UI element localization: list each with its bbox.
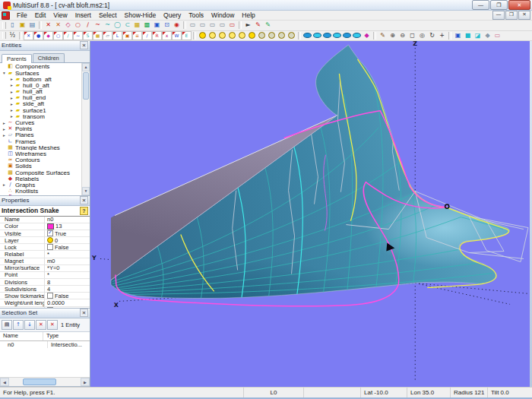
menu-view[interactable]: View: [49, 11, 71, 20]
view-home-icon[interactable]: ▭: [188, 21, 198, 30]
tree-item-frames[interactable]: ∟Frames: [2, 138, 81, 144]
filter-point-icon[interactable]: ✕: [24, 31, 33, 40]
menu-query[interactable]: Query: [160, 11, 185, 20]
view-front-icon[interactable]: ▭: [198, 21, 207, 30]
expand-icon[interactable]: ▸: [9, 108, 14, 112]
minimize-button[interactable]: —: [472, 0, 489, 10]
properties-panel-title[interactable]: Properties ✕: [0, 196, 90, 206]
layer-bulb-icon[interactable]: [47, 237, 53, 243]
half-scale-icon[interactable]: ½: [8, 31, 17, 40]
expand-icon[interactable]: ▸: [9, 83, 14, 87]
tree-item-wireframes[interactable]: ◫Wireframes: [2, 150, 81, 157]
tree-item-surfaces[interactable]: ▾▰Surfaces: [2, 70, 81, 76]
move-down-icon[interactable]: ↓: [24, 320, 35, 330]
mdi-minimize-button[interactable]: —: [492, 11, 505, 20]
save-icon[interactable]: ▤: [27, 21, 37, 30]
expand-icon[interactable]: ▸: [9, 102, 14, 106]
expand-icon[interactable]: ▸: [9, 90, 14, 94]
view-top-icon[interactable]: ▭: [217, 21, 227, 30]
filter-contour-icon[interactable]: ≡: [132, 31, 142, 40]
hide-children-icon[interactable]: [287, 31, 296, 40]
entities-scrollbar[interactable]: ▲ ▼: [81, 63, 90, 195]
display-ellipsoid-icon-5[interactable]: [342, 31, 352, 40]
scroll-left-icon[interactable]: ◀: [0, 378, 9, 386]
expand-icon[interactable]: ▸: [2, 121, 7, 125]
document-icon[interactable]: [2, 11, 10, 20]
tree-item-components[interactable]: ◧Components: [2, 64, 81, 70]
scroll-up-icon[interactable]: ▲: [82, 63, 90, 71]
filter-curve-icon[interactable]: ~: [73, 31, 83, 40]
property-value[interactable]: *: [45, 251, 90, 258]
solid-tool-icon[interactable]: ▣: [152, 21, 162, 30]
filter-entity-icon[interactable]: E: [182, 31, 192, 40]
expand-collapse-icon[interactable]: ▾: [2, 71, 7, 75]
tree-item-graphs[interactable]: ▸/Graphs: [2, 182, 81, 188]
tree-item-planes[interactable]: ▸▱Planes: [2, 132, 81, 138]
menu-select[interactable]: Select: [95, 11, 121, 20]
filter-variable-icon[interactable]: x: [162, 31, 172, 40]
curve-tool-icon[interactable]: ~: [93, 21, 103, 30]
property-value[interactable]: 0.0000: [45, 299, 90, 306]
rotate-view-icon[interactable]: ↻: [427, 31, 437, 40]
expand-icon[interactable]: ▸: [2, 182, 7, 187]
expand-icon[interactable]: ▸: [2, 133, 7, 138]
point-tool-icon[interactable]: ✕: [43, 21, 53, 30]
property-value[interactable]: 0: [45, 237, 90, 244]
scrollbar-thumb[interactable]: [83, 72, 89, 100]
property-value[interactable]: 8: [45, 279, 90, 286]
display-ellipsoid-icon-3[interactable]: [322, 31, 332, 40]
surface-tool-icon[interactable]: ▦: [132, 21, 142, 30]
close-button[interactable]: ✕: [508, 0, 530, 10]
tree-item-contours[interactable]: ≈Contours: [2, 157, 81, 163]
viewport-3d[interactable]: Z Y X: [90, 41, 530, 387]
new-file-icon[interactable]: ▯: [8, 21, 17, 30]
filter-solid-icon[interactable]: ▣: [122, 31, 132, 40]
selection-close-icon[interactable]: ✕: [80, 309, 88, 317]
line-tool-icon[interactable]: ∕: [83, 21, 93, 30]
display-ellipsoid-icon-6[interactable]: [352, 31, 362, 40]
property-value[interactable]: 13: [45, 223, 90, 230]
property-row-symmetry-exempt[interactable]: Symmetry exemptFalse: [0, 307, 90, 308]
mdi-restore-button[interactable]: ❐: [505, 11, 518, 20]
bead-tool-icon[interactable]: ✕: [53, 21, 63, 30]
monitor-icon[interactable]: ⊡: [162, 21, 172, 30]
open-folder-icon[interactable]: ▣: [17, 21, 27, 30]
tree-item-triangle-meshes[interactable]: ▦Triangle Meshes: [2, 144, 81, 150]
display-magnet-icon[interactable]: ◆: [362, 31, 372, 40]
zoom-out-icon[interactable]: ⊖: [397, 31, 407, 40]
select-arrow-icon[interactable]: ►: [243, 21, 253, 30]
tree-item-hull-0-aft[interactable]: ▸▰hull_0_aft: [2, 82, 81, 88]
tree-item-solids[interactable]: ▣Solids: [2, 163, 81, 169]
menu-show-hide[interactable]: Show-Hide: [121, 11, 160, 20]
render-options-icon[interactable]: ▭: [492, 31, 502, 40]
mesh-tool-icon[interactable]: ▩: [142, 21, 152, 30]
selection-panel-title[interactable]: Selection Set ✕: [0, 309, 90, 318]
tree-item-curves[interactable]: ▸~Curves: [2, 119, 81, 125]
hide-selected-icon[interactable]: [257, 31, 267, 40]
view-perspective-icon[interactable]: ▭: [227, 21, 237, 30]
hide-all-icon[interactable]: [247, 31, 257, 40]
expand-icon[interactable]: ▸: [9, 96, 14, 100]
display-ellipsoid-icon-1[interactable]: [302, 31, 312, 40]
toolbar-grip[interactable]: [2, 32, 6, 39]
filter-snake-icon[interactable]: S: [83, 31, 93, 40]
property-value[interactable]: *Y=0: [45, 264, 90, 271]
tab-parents[interactable]: Parents: [2, 54, 32, 63]
hide-only-icon[interactable]: [267, 31, 277, 40]
filter-line-icon[interactable]: ∕: [63, 31, 73, 40]
show-parents-icon[interactable]: [227, 31, 237, 40]
menu-tools[interactable]: Tools: [185, 11, 207, 20]
show-all-icon[interactable]: [198, 31, 207, 40]
checkbox-unchecked[interactable]: [47, 307, 53, 308]
property-value[interactable]: False: [45, 306, 90, 308]
filter-surface-icon[interactable]: ▦: [93, 31, 103, 40]
tree-item-variables-formulas[interactable]: ΣVariables & Formulas: [2, 195, 81, 195]
shaded-view-icon[interactable]: ■: [463, 31, 473, 40]
menu-edit[interactable]: Edit: [31, 11, 50, 20]
checkbox-unchecked[interactable]: [47, 293, 53, 299]
property-value[interactable]: False: [45, 293, 90, 299]
property-value[interactable]: False: [45, 244, 90, 251]
tree-item-surface1[interactable]: ▸▰surface1: [2, 107, 81, 113]
tree-item-side-aft[interactable]: ▸▰side_aft: [2, 101, 81, 107]
filter-graph-icon[interactable]: /: [142, 31, 152, 40]
